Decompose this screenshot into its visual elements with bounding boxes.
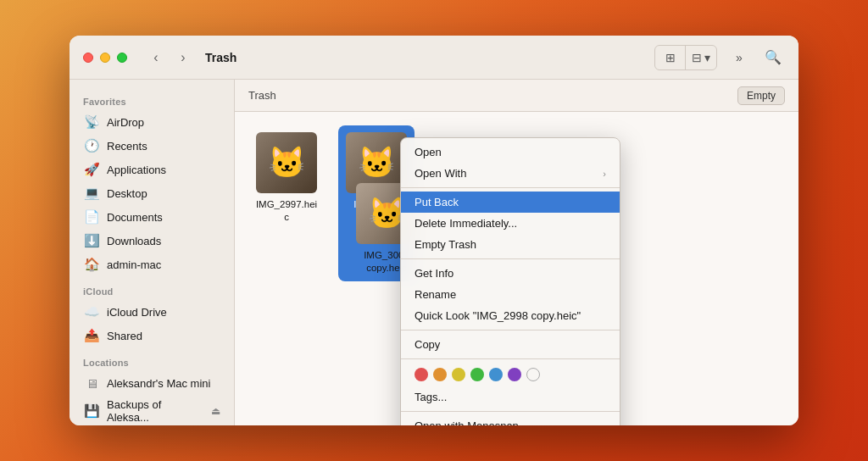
file-item-img2997[interactable]: IMG_2997.heic [248,125,325,281]
open-with-arrow-icon: › [603,169,606,179]
sidebar-label-downloads: Downloads [107,235,161,247]
separator-2 [401,258,620,259]
tag-purple[interactable] [508,368,521,381]
context-menu-put-back-label: Put Back [415,196,459,208]
sidebar-label-documents: Documents [107,211,163,224]
context-menu-open-with[interactable]: Open With › [401,163,620,184]
sidebar-item-desktop[interactable]: 💻 Desktop [73,181,231,205]
tag-yellow[interactable] [452,368,465,381]
context-menu-empty-trash-label: Empty Trash [415,238,476,251]
desktop-icon: 💻 [83,185,100,202]
context-menu-get-info[interactable]: Get Info [401,263,620,284]
files-area: IMG_2997.heic IMG_2998 copy.heic IMG_300… [235,112,798,425]
tag-blue[interactable] [489,368,503,381]
sidebar-label-desktop: Desktop [107,187,147,200]
search-button[interactable]: 🔍 [761,46,785,69]
titlebar-controls: ⊞ ⊟ ▾ » 🔍 [654,45,785,70]
icloud-section-label: iCloud [70,276,234,300]
mac-mini-icon: 🖥 [83,375,100,392]
more-options-button[interactable]: » [724,46,754,69]
context-menu-tags-label: Tags... [415,391,447,403]
sidebar-label-home: admin-mac [107,258,161,271]
shared-icon: 📤 [83,327,100,344]
empty-trash-button[interactable]: Empty [737,86,785,105]
finder-window: ‹ › Trash ⊞ ⊟ ▾ » 🔍 Favorites 📡 AirDrop … [70,36,798,425]
sidebar-item-shared[interactable]: 📤 Shared [73,324,231,347]
file-name-img2997: IMG_2997.heic [255,198,318,224]
favorites-section-label: Favorites [70,86,234,110]
documents-icon: 📄 [83,208,100,225]
sidebar-label-recents: Recents [107,140,147,153]
context-menu-delete-immediately-label: Delete Immediately... [415,217,517,230]
context-menu-rename-label: Rename [415,288,456,301]
sidebar-item-recents[interactable]: 🕐 Recents [73,134,231,158]
sidebar-label-airdrop: AirDrop [107,116,144,129]
icloud-drive-icon: ☁️ [83,303,100,320]
main-content: Trash Empty IMG_2997.heic IMG_2998 copy.… [235,80,798,425]
sidebar-label-backups: Backups of Aleksa... [107,398,203,424]
sidebar-item-applications[interactable]: 🚀 Applications [73,158,231,181]
sidebar-item-downloads[interactable]: ⬇️ Downloads [73,229,231,253]
context-menu: Open Open With › Put Back Delete Immedia… [400,137,620,425]
downloads-icon: ⬇️ [83,232,100,249]
separator-1 [401,187,620,188]
path-label: Trash [248,89,276,102]
backup-eject-icon: ⏏ [211,405,220,417]
sidebar-item-backups[interactable]: 💾 Backups of Aleksa... ⏏ [73,395,231,425]
context-menu-open-monosnap-label: Open with Monosnap [415,419,519,425]
sidebar-label-applications: Applications [107,164,166,176]
tag-orange[interactable] [433,368,447,381]
context-menu-open-label: Open [415,146,442,158]
separator-5 [401,411,620,412]
list-view-dropdown[interactable]: ⊟ ▾ [686,46,716,69]
back-button[interactable]: ‹ [144,46,168,69]
sidebar-label-icloud-drive: iCloud Drive [107,306,167,319]
airdrop-icon: 📡 [83,114,100,131]
maximize-button[interactable] [117,53,127,63]
nav-buttons: ‹ › [144,46,195,69]
traffic-lights [83,53,127,63]
sidebar: Favorites 📡 AirDrop 🕐 Recents 🚀 Applicat… [70,80,235,425]
sidebar-item-airdrop[interactable]: 📡 AirDrop [73,110,231,134]
context-menu-copy[interactable]: Copy [401,334,620,355]
tag-green[interactable] [470,368,484,381]
sidebar-label-shared: Shared [107,330,142,342]
context-menu-quick-look-label: Quick Look "IMG_2998 copy.heic" [415,309,581,322]
view-controls: ⊞ ⊟ ▾ [654,45,717,70]
minimize-button[interactable] [100,53,110,63]
tag-colors-row [401,363,620,386]
forward-button[interactable]: › [171,46,195,69]
separator-3 [401,330,620,330]
backup-icon: 💾 [83,403,100,419]
applications-icon: 🚀 [83,161,100,178]
context-menu-empty-trash[interactable]: Empty Trash [401,234,620,255]
context-menu-tags[interactable]: Tags... [401,386,620,408]
locations-section-label: Locations [70,347,234,371]
context-menu-copy-label: Copy [415,338,440,351]
recents-icon: 🕐 [83,137,100,154]
window-title: Trash [205,51,236,64]
context-menu-delete-immediately[interactable]: Delete Immediately... [401,213,620,234]
path-toolbar: Trash Empty [235,80,798,112]
window-body: Favorites 📡 AirDrop 🕐 Recents 🚀 Applicat… [70,80,798,425]
context-menu-put-back[interactable]: Put Back [401,192,620,213]
sidebar-label-mac-mini: Aleksandr's Mac mini [107,377,210,390]
sidebar-item-home[interactable]: 🏠 admin-mac [73,253,231,276]
separator-4 [401,358,620,359]
context-menu-open-with-label: Open With [415,167,466,180]
file-thumb-img2997 [256,132,317,193]
context-menu-quick-look[interactable]: Quick Look "IMG_2998 copy.heic" [401,305,620,326]
home-icon: 🏠 [83,256,100,273]
titlebar: ‹ › Trash ⊞ ⊟ ▾ » 🔍 [70,36,798,80]
sidebar-item-icloud-drive[interactable]: ☁️ iCloud Drive [73,300,231,324]
context-menu-rename[interactable]: Rename [401,284,620,305]
context-menu-open-monosnap[interactable]: Open with Monosnap [401,415,620,425]
icon-view-button[interactable]: ⊞ [655,46,686,69]
sidebar-item-documents[interactable]: 📄 Documents [73,205,231,229]
tag-red[interactable] [415,368,428,381]
context-menu-open[interactable]: Open [401,142,620,163]
close-button[interactable] [83,53,93,63]
tag-none[interactable] [526,368,540,381]
context-menu-get-info-label: Get Info [415,267,453,280]
sidebar-item-mac-mini[interactable]: 🖥 Aleksandr's Mac mini [73,371,231,395]
